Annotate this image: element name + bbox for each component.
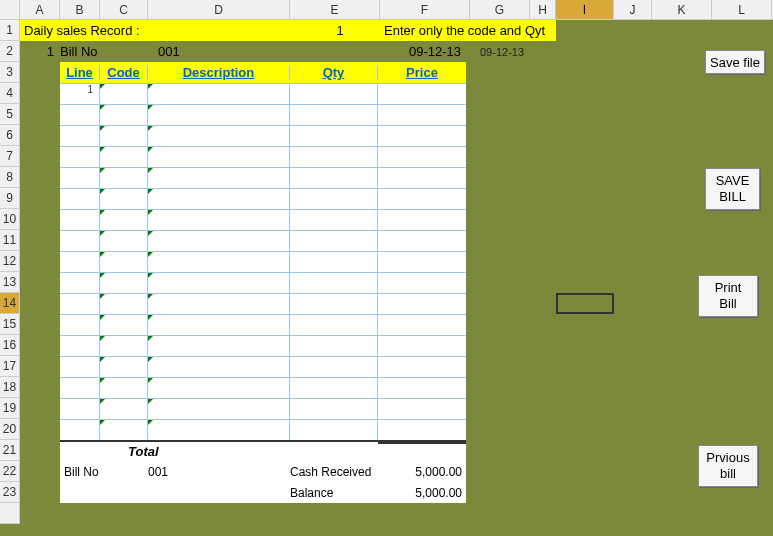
col-header-F[interactable]: F [380, 0, 470, 19]
row-header-13[interactable]: 13 [0, 272, 20, 293]
row-header-15[interactable]: 15 [0, 314, 20, 335]
cash-received-value: 5,000.00 [378, 465, 466, 479]
row-header-20[interactable]: 20 [0, 419, 20, 440]
row-header-6[interactable]: 6 [0, 125, 20, 146]
row-header-17[interactable]: 17 [0, 356, 20, 377]
row-header-18[interactable]: 18 [0, 377, 20, 398]
table-row[interactable] [60, 294, 466, 315]
cell-qty-1[interactable] [290, 84, 378, 104]
print-bill-button[interactable]: Print Bill [698, 275, 758, 317]
cell-line-1[interactable]: 1 [60, 84, 100, 104]
sales-table: Line Code Description Qty Price 1 [60, 62, 466, 441]
table-row[interactable] [60, 105, 466, 126]
col-header-D[interactable]: D [148, 0, 290, 19]
balance-value: 5,000.00 [378, 486, 466, 500]
bill-date: 09-12-13 [390, 44, 480, 59]
bill-header-row: 1 Bill No 001 09-12-13 09-12-13 [20, 41, 556, 62]
row-header-2[interactable]: 2 [0, 41, 20, 62]
table-header-row: Line Code Description Qty Price [60, 62, 466, 84]
table-row[interactable] [60, 210, 466, 231]
row-header-24[interactable] [0, 503, 20, 524]
table-row[interactable] [60, 378, 466, 399]
table-row[interactable] [60, 336, 466, 357]
bill-number: 001 [158, 44, 390, 59]
cash-received-label: Cash Received [290, 465, 378, 479]
row-header-16[interactable]: 16 [0, 335, 20, 356]
row-header-21[interactable]: 21 [0, 440, 20, 461]
table-row[interactable]: 1 [60, 84, 466, 105]
total-label: Total [100, 444, 290, 459]
row-header-12[interactable]: 12 [0, 251, 20, 272]
cell-code-1[interactable] [100, 84, 148, 104]
col-header-B[interactable]: B [60, 0, 100, 19]
col-header-C[interactable]: C [100, 0, 148, 19]
table-row[interactable] [60, 147, 466, 168]
billno-value: 001 [148, 465, 290, 479]
table-row[interactable] [60, 315, 466, 336]
table-row[interactable] [60, 252, 466, 273]
th-line[interactable]: Line [60, 65, 100, 80]
row-header-9[interactable]: 9 [0, 188, 20, 209]
row-header-4[interactable]: 4 [0, 83, 20, 104]
row-header-8[interactable]: 8 [0, 167, 20, 188]
col-header-J[interactable]: J [614, 0, 652, 19]
bill-label: Bill No [60, 44, 108, 59]
save-file-button[interactable]: Save file [705, 50, 765, 74]
save-bill-button[interactable]: SAVE BILL [705, 168, 760, 210]
table-row[interactable] [60, 357, 466, 378]
row-header-19[interactable]: 19 [0, 398, 20, 419]
billno-row: Bill No 001 Cash Received 5,000.00 [60, 461, 466, 482]
th-qty[interactable]: Qty [290, 65, 378, 80]
total-row: Total [60, 440, 466, 461]
table-row[interactable] [60, 231, 466, 252]
table-row[interactable] [60, 420, 466, 441]
row-header-5[interactable]: 5 [0, 104, 20, 125]
table-row[interactable] [60, 399, 466, 420]
col-header-L[interactable]: L [712, 0, 772, 19]
col-header-H[interactable]: H [530, 0, 556, 19]
title-bar: Daily sales Record : 1 Enter only the co… [20, 20, 556, 41]
row-header-3[interactable]: 3 [0, 62, 20, 83]
row-header-1[interactable]: 1 [0, 20, 20, 41]
th-code[interactable]: Code [100, 65, 148, 80]
title-number: 1 [300, 23, 380, 38]
th-price[interactable]: Price [378, 65, 466, 80]
th-desc[interactable]: Description [148, 65, 290, 80]
table-row[interactable] [60, 168, 466, 189]
balance-row: Balance 5,000.00 [60, 482, 466, 503]
row-header-14[interactable]: 14 [0, 293, 20, 314]
corner-cell[interactable] [0, 0, 20, 19]
title-text: Daily sales Record : [20, 23, 300, 38]
table-row[interactable] [60, 273, 466, 294]
cell-desc-1[interactable] [148, 84, 290, 104]
col-header-K[interactable]: K [652, 0, 712, 19]
billno-label: Bill No [60, 465, 100, 479]
bill-seq: 1 [20, 44, 60, 59]
row-header-22[interactable]: 22 [0, 461, 20, 482]
balance-label: Balance [290, 486, 378, 500]
totals-area: Total Bill No 001 Cash Received 5,000.00… [60, 440, 466, 503]
active-cell[interactable] [556, 293, 614, 314]
col-header-E[interactable]: E [290, 0, 380, 19]
cell-price-1[interactable] [378, 84, 466, 104]
row-header-10[interactable]: 10 [0, 209, 20, 230]
col-header-I[interactable]: I [556, 0, 614, 19]
row-header-7[interactable]: 7 [0, 146, 20, 167]
col-header-A[interactable]: A [20, 0, 60, 19]
title-hint: Enter only the code and Qyt [380, 23, 556, 38]
table-row[interactable] [60, 126, 466, 147]
row-header-11[interactable]: 11 [0, 230, 20, 251]
previous-bill-button[interactable]: Prvious bill [698, 445, 758, 487]
table-row[interactable] [60, 189, 466, 210]
column-headers: A B C D E F G H I J K L [0, 0, 773, 20]
bill-date2: 09-12-13 [480, 46, 524, 58]
row-header-23[interactable]: 23 [0, 482, 20, 503]
col-header-G[interactable]: G [470, 0, 530, 19]
